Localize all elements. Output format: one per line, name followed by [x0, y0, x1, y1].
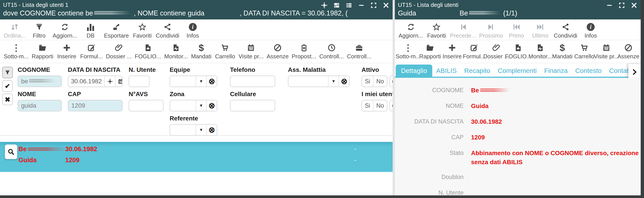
close-icon[interactable]	[382, 2, 390, 9]
close-icon[interactable]	[630, 2, 638, 9]
chevron-down-icon[interactable]: ▼	[196, 100, 206, 111]
toolbar-inserire[interactable]: Inserire	[55, 42, 79, 60]
right-window-title: UT15 - Lista degli utenti	[398, 1, 638, 9]
toolbar-favoriti[interactable]: Favoriti	[424, 22, 448, 39]
toolbar-precedente[interactable]: Precede...	[448, 22, 478, 39]
maximize-icon[interactable]	[618, 2, 625, 9]
toolbar-sotto-menu[interactable]: ⋮ Sotto-m...	[397, 42, 419, 60]
toolbar-infos[interactable]: i Infos	[181, 22, 205, 39]
clear-circle-icon[interactable]: ⊗	[206, 76, 217, 87]
toolbar-rapporti[interactable]: Rapporti	[30, 42, 55, 60]
chevron-down-icon[interactable]: ▼	[196, 125, 206, 135]
chevron-down-icon[interactable]: ▼	[328, 76, 339, 87]
first-icon	[512, 22, 520, 32]
toolbar-dossier[interactable]: Dossier ...	[485, 42, 507, 60]
attivo-si-option[interactable]: Si	[362, 76, 373, 87]
cognome-input[interactable]: be	[18, 76, 62, 87]
clear-circle-icon[interactable]: ⊗	[206, 100, 217, 111]
toolbar-formulari[interactable]: Formul...	[79, 42, 104, 60]
attivo-no-option[interactable]: No	[373, 76, 387, 87]
filter-summary-part1: dove COGNOME contiene be	[3, 9, 93, 17]
toolbar-aggiornare[interactable]: Aggiorn...	[51, 22, 79, 39]
cellulare-input[interactable]	[230, 100, 275, 111]
tabs-overflow-button[interactable]	[628, 64, 641, 78]
cap-input[interactable]	[68, 100, 122, 111]
toolbar-ordina[interactable]: Ordina...	[2, 22, 27, 39]
toolbar-primo[interactable]: Primo	[504, 22, 528, 39]
tab-recapito[interactable]: Recapito	[460, 64, 494, 78]
toolbar-ultimo[interactable]: Ultimo	[528, 22, 552, 39]
toolbar-monitoraggio[interactable]: Monitor...	[163, 42, 190, 60]
toolbar-prossimo[interactable]: Prossimo	[478, 22, 504, 39]
clear-circle-icon[interactable]: ⊗	[206, 125, 217, 135]
tab-abilis[interactable]: ABILIS	[432, 64, 460, 78]
toolbar-monitoraggio[interactable]: Monitor...	[529, 42, 551, 60]
toolbar-assenze[interactable]: Assenze	[265, 42, 290, 60]
equipe-value[interactable]	[170, 76, 196, 87]
n-avs-input[interactable]	[129, 100, 164, 111]
toolbar-infos[interactable]: i Infos	[579, 22, 602, 39]
maximize-icon[interactable]	[370, 2, 377, 9]
tab-contesto[interactable]: Contesto	[572, 64, 606, 78]
clear-circle-icon[interactable]: ⊗	[390, 100, 392, 111]
toolbar-formulari[interactable]: Formul...	[463, 42, 485, 60]
toolbar-carrello[interactable]: Carrello	[573, 42, 595, 60]
toolbar-esportare[interactable]: Esportare	[102, 22, 130, 39]
clear-filter-button[interactable]: ✖	[2, 94, 13, 105]
tab-complementi[interactable]: Complementi	[494, 64, 540, 78]
miei-si-option[interactable]: Si	[362, 100, 373, 111]
toolbar-visite[interactable]: Visite pr...	[237, 42, 265, 60]
move-icon[interactable]	[321, 2, 328, 9]
tab-finanza[interactable]: Finanza	[540, 64, 572, 78]
clear-circle-icon[interactable]: ⊗	[339, 76, 349, 87]
n-utente-input[interactable]	[129, 76, 150, 87]
toolbar-assenze[interactable]: Assenze	[617, 42, 639, 60]
toolbar-controllo-mandati[interactable]: Controll...	[345, 42, 373, 60]
telefono-input[interactable]	[230, 76, 275, 87]
filter-toggle-button[interactable]	[2, 67, 13, 78]
cards-view-icon[interactable]	[333, 2, 340, 9]
chevron-down-icon[interactable]: ▼	[196, 76, 206, 87]
toolbar-mandati[interactable]: $ Mandati	[189, 42, 213, 60]
toolbar-dossier[interactable]: Dossier ...	[104, 42, 133, 60]
calendar-picker-icon[interactable]	[115, 76, 122, 87]
toolbar-filtro[interactable]: Filtro	[27, 22, 51, 39]
list-view-icon[interactable]	[346, 2, 352, 9]
toolbar-foglio[interactable]: FOGLIO...	[507, 42, 529, 60]
toolbar-carrello[interactable]: Carrello	[213, 42, 237, 60]
toolbar-mandati[interactable]: $ Mandati	[551, 42, 573, 60]
filter-col-4: Equipe ▼ ⊗ Zona ▼ ⊗ Refere	[170, 66, 217, 131]
nome-input[interactable]	[18, 100, 62, 111]
ass-malattia-value[interactable]	[288, 76, 328, 87]
toolbar-aggiornare[interactable]: Aggiorn...	[397, 22, 424, 39]
left-filter-summary: dove COGNOME contiene be, NOME contiene …	[3, 9, 390, 18]
date-target-icon[interactable]	[104, 76, 115, 87]
referente-value[interactable]	[170, 125, 196, 135]
toolbar-controllo-ore[interactable]: Controll...	[318, 42, 345, 60]
field-data-nascita: DATA DI NASCITA 30.06.1982	[68, 66, 122, 87]
tab-dettaglio[interactable]: Dettaglio	[396, 64, 432, 78]
miei-no-option[interactable]: No	[373, 100, 387, 111]
minimize-icon[interactable]	[358, 2, 365, 9]
toolbar-sotto-menu[interactable]: ⋮ Sotto-m...	[2, 42, 30, 60]
clear-circle-icon[interactable]: ⊗	[390, 76, 392, 87]
record-cognome-prefix: Be	[460, 9, 468, 17]
left-toolbar-primary: Ordina... Filtro Aggiorn... DB Esportare…	[0, 20, 392, 40]
toolbar-inserire[interactable]: Inserire	[441, 42, 463, 60]
toolbar-foglio[interactable]: FOGLIO...	[133, 42, 163, 60]
toolbar-rapporti[interactable]: Rapporti	[419, 42, 441, 60]
toolbar-db[interactable]: DB	[79, 22, 102, 39]
minimize-icon[interactable]	[606, 2, 613, 9]
right-toolbar-secondary: ⋮ Sotto-m... Rapporti Inserire Formul...…	[395, 40, 641, 63]
open-record-button[interactable]	[5, 145, 17, 159]
toolbar-visite[interactable]: Visite pr...	[595, 42, 617, 60]
toolbar-proposte[interactable]: Propost...	[290, 42, 318, 60]
result-row[interactable]: Be 30.06.1982 - Guida 1209 -	[0, 142, 392, 172]
zona-value[interactable]	[170, 100, 196, 111]
data-nascita-input[interactable]: 30.06.1982	[68, 76, 104, 87]
toolbar-condividi[interactable]: Condividi	[154, 22, 181, 39]
toolbar-condividi[interactable]: Condividi	[552, 22, 579, 39]
ban-icon	[624, 42, 632, 53]
apply-filter-button[interactable]: ✔	[2, 80, 13, 92]
toolbar-favoriti[interactable]: Favoriti	[130, 22, 154, 39]
